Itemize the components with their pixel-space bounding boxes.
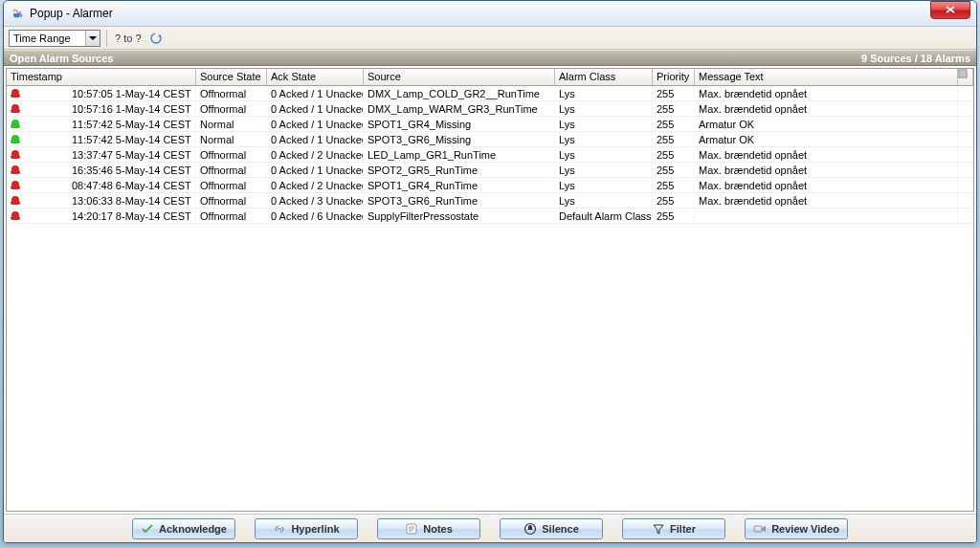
notes-icon — [405, 522, 418, 536]
window-title: Popup - Alarmer — [30, 7, 972, 20]
cell-timestamp: 10:57:16 1-May-14 CEST — [7, 101, 196, 116]
timestamp-text: 10:57:05 1-May-14 CEST — [24, 88, 191, 99]
table-row[interactable]: 10:57:16 1-May-14 CESTOffnormal0 Acked /… — [7, 101, 973, 117]
cell-priority: 255 — [653, 101, 695, 116]
cell-message: Armatur OK — [695, 132, 958, 146]
timestamp-text: 13:37:47 5-May-14 CEST — [24, 149, 191, 161]
table-row[interactable]: 13:06:33 8-May-14 CESTOffnormal0 Acked /… — [7, 193, 973, 208]
video-icon — [753, 522, 767, 536]
svg-rect-4 — [754, 526, 762, 532]
refresh-button[interactable] — [147, 30, 165, 47]
silence-icon — [523, 522, 537, 536]
refresh-icon — [149, 32, 163, 45]
cell-report — [958, 147, 973, 162]
cell-report — [958, 86, 973, 100]
combo-value: Time Range — [13, 33, 71, 44]
cell-timestamp: 16:35:46 5-May-14 CEST — [7, 163, 196, 177]
cell-source-state: Normal — [196, 132, 267, 146]
time-range-combo[interactable]: Time Range — [9, 30, 100, 47]
separator — [106, 30, 107, 47]
col-source[interactable]: Source — [364, 69, 555, 86]
java-cup-icon — [10, 6, 25, 21]
panel-header: Open Alarm Sources 9 Sources / 18 Alarms — [4, 50, 976, 66]
cell-message: Max. brændetid opnået — [695, 147, 958, 162]
cell-priority: 255 — [653, 193, 695, 208]
cell-message: Max. brændetid opnået — [695, 101, 958, 116]
timestamp-text: 10:57:16 1-May-14 CEST — [24, 103, 191, 115]
cell-alarm-class: Lys — [555, 117, 653, 131]
col-report-icon[interactable] — [958, 69, 973, 86]
table-row[interactable]: 13:37:47 5-May-14 CESTOffnormal0 Acked /… — [7, 147, 973, 163]
cell-timestamp: 14:20:17 8-May-14 CEST — [7, 208, 196, 223]
cell-timestamp: 11:57:42 5-May-14 CEST — [7, 117, 196, 131]
timestamp-text: 13:06:33 8-May-14 CEST — [24, 195, 191, 207]
cell-source-state: Offnormal — [196, 147, 267, 162]
bell-green-icon — [11, 119, 20, 129]
cell-source-state: Offnormal — [196, 101, 267, 116]
title-bar[interactable]: Popup - Alarmer — [4, 1, 976, 27]
cell-priority: 255 — [653, 208, 695, 223]
cell-source-state: Offnormal — [196, 163, 267, 177]
col-priority[interactable]: Priority — [653, 69, 695, 86]
table-row[interactable]: 16:35:46 5-May-14 CESTOffnormal0 Acked /… — [7, 163, 973, 178]
acknowledge-button[interactable]: Acknowledge — [132, 518, 235, 539]
col-ack-state[interactable]: Ack State — [267, 69, 364, 86]
filter-button[interactable]: Filter — [622, 518, 725, 539]
cell-ack-state: 0 Acked / 1 Unacked — [267, 86, 364, 100]
col-message-text[interactable]: Message Text — [695, 69, 958, 86]
cell-source: SPOT1_GR4_Missing — [364, 117, 555, 131]
cell-priority: 255 — [653, 178, 695, 192]
table-row[interactable]: 14:20:17 8-May-14 CESTOffnormal0 Acked /… — [7, 208, 973, 224]
silence-button[interactable]: Silence — [500, 518, 603, 539]
col-alarm-class[interactable]: Alarm Class — [555, 69, 653, 86]
cell-source-state: Normal — [196, 117, 267, 131]
cell-alarm-class: Lys — [555, 193, 653, 208]
cell-alarm-class: Lys — [555, 163, 653, 177]
close-button[interactable] — [930, 1, 970, 19]
notes-button[interactable]: Notes — [377, 518, 480, 539]
review-video-button[interactable]: Review Video — [745, 518, 848, 539]
table-row[interactable]: 10:57:05 1-May-14 CESTOffnormal0 Acked /… — [7, 86, 973, 101]
col-source-state[interactable]: Source State — [196, 69, 267, 86]
table-header: Timestamp Source State Ack State Source … — [7, 69, 973, 86]
cell-report — [958, 101, 973, 116]
filter-icon — [652, 522, 665, 536]
report-icon — [958, 69, 968, 78]
timestamp-text: 11:57:42 5-May-14 CEST — [24, 119, 191, 130]
cell-message — [695, 208, 958, 223]
cell-alarm-class: Lys — [555, 132, 653, 146]
cell-message: Max. brændetid opnået — [695, 193, 958, 208]
window: Popup - Alarmer Time Range ? to ? Open A… — [3, 0, 977, 543]
cell-source: DMX_Lamp_COLD_GR2__RunTime — [364, 86, 555, 100]
bell-red-icon — [11, 103, 20, 114]
bell-red-icon — [11, 180, 20, 190]
cell-source: SupplyFilterPressostate — [364, 208, 555, 223]
cell-report — [958, 178, 973, 192]
cell-timestamp: 10:57:05 1-May-14 CEST — [7, 86, 196, 100]
timestamp-text: 08:47:48 6-May-14 CEST — [24, 180, 191, 191]
cell-ack-state: 0 Acked / 3 Unacked — [267, 193, 364, 208]
btn-label: Hyperlink — [291, 523, 339, 535]
cell-message: Max. brændetid opnået — [695, 86, 958, 100]
btn-label: Review Video — [771, 523, 839, 535]
bell-red-icon — [11, 149, 20, 160]
cell-alarm-class: Lys — [555, 86, 653, 100]
table-row[interactable]: 08:47:48 6-May-14 CESTOffnormal0 Acked /… — [7, 178, 973, 193]
cell-source: SPOT3_GR6_RunTime — [364, 193, 555, 208]
cell-source: SPOT3_GR6_Missing — [364, 132, 555, 146]
check-icon — [141, 522, 154, 536]
cell-priority: 255 — [653, 163, 695, 177]
table-row[interactable]: 11:57:42 5-May-14 CESTNormal0 Acked / 1 … — [7, 132, 973, 147]
table-row[interactable]: 11:57:42 5-May-14 CESTNormal0 Acked / 1 … — [7, 117, 973, 132]
cell-priority: 255 — [653, 117, 695, 131]
cell-report — [958, 117, 973, 131]
col-timestamp[interactable]: Timestamp — [7, 69, 196, 86]
cell-source-state: Offnormal — [196, 193, 267, 208]
range-text: ? to ? — [113, 33, 144, 44]
close-icon — [946, 6, 955, 15]
cell-message: Max. brændetid opnået — [695, 163, 958, 177]
cell-source: SPOT1_GR4_RunTime — [364, 178, 555, 192]
alarm-table: Timestamp Source State Ack State Source … — [6, 68, 974, 512]
hyperlink-button[interactable]: Hyperlink — [255, 518, 358, 539]
table-body[interactable]: 10:57:05 1-May-14 CESTOffnormal0 Acked /… — [7, 86, 973, 511]
